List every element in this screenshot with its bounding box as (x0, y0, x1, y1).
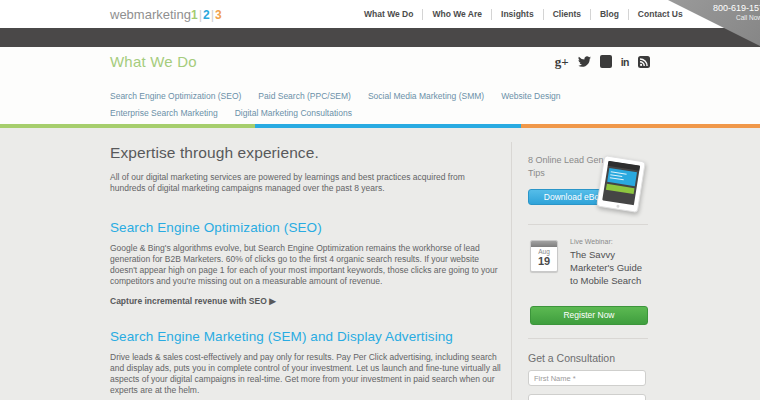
calendar-month: Aug (531, 248, 557, 255)
ebook-title: 8 Online Lead Gen Tips (528, 154, 610, 180)
twitter-icon[interactable] (578, 55, 591, 68)
linkedin-icon[interactable]: in (621, 55, 629, 68)
sidebar-divider (528, 224, 648, 225)
page-title: What We Do (110, 53, 197, 70)
nav-item-blog[interactable]: Blog (591, 9, 628, 19)
subnav-paid-search[interactable]: Paid Search (PPC/SEM) (258, 91, 351, 101)
tablet-screen (602, 161, 640, 206)
section-band: What We Do g+ f in Search Engine Optimiz… (0, 47, 760, 124)
subnav-seo[interactable]: Search Engine Optimization (SEO) (110, 91, 241, 101)
main-content: Expertise through experience. All of our… (110, 128, 502, 400)
nav-item-what-we-do[interactable]: What We Do (355, 9, 422, 19)
calendar-day: 19 (531, 255, 557, 267)
calendar-icon: Aug 19 (530, 240, 558, 272)
intro-body: All of our digital marketing services ar… (110, 172, 502, 194)
subnav-enterprise-search[interactable]: Enterprise Search Marketing (110, 108, 218, 118)
section-body-seo: Google & Bing's algorithms evolve, but S… (110, 243, 502, 287)
page: webmarketing1|2|3 What We Do Who We Are … (0, 0, 760, 400)
brand-digit-1: 1 (191, 8, 198, 22)
social-links: g+ f in (555, 55, 650, 68)
subnav-row-1: Search Engine Optimization (SEO) Paid Se… (110, 91, 561, 101)
header: webmarketing1|2|3 What We Do Who We Are … (0, 0, 760, 28)
section-title-seo[interactable]: Search Engine Optimization (SEO) (110, 220, 502, 235)
section-cta-seo[interactable]: Capture incremental revenue with SEO ▶ (110, 296, 502, 306)
tricolor-orange (521, 124, 760, 128)
subnav-digital-consultations[interactable]: Digital Marketing Consultations (235, 108, 352, 118)
brand-digit-3: 3 (215, 8, 222, 22)
webinar-label: Live Webinar: (570, 238, 613, 245)
subnav-row-2: Enterprise Search Marketing Digital Mark… (110, 108, 352, 118)
dark-divider-bar (0, 28, 760, 47)
sidebar-divider (528, 338, 648, 339)
brand-word: webmarketing (110, 7, 191, 22)
vertical-divider (511, 142, 512, 400)
call-now-label: Call Now (736, 14, 760, 21)
nav-item-who-we-are[interactable]: Who We Are (423, 9, 491, 19)
brand-digit-2: 2 (203, 8, 210, 22)
section-body-sem: Drive leads & sales cost-effectively and… (110, 352, 502, 396)
last-name-input[interactable] (528, 394, 646, 400)
top-nav: What We Do Who We Are Insights Clients B… (355, 0, 692, 28)
ebook-tablet-image (596, 155, 646, 213)
subnav-website-design[interactable]: Website Design (501, 91, 560, 101)
section-title-sem[interactable]: Search Engine Marketing (SEM) and Displa… (110, 329, 502, 344)
consultation-title: Get a Consultation (528, 352, 615, 364)
brand-logo[interactable]: webmarketing1|2|3 (110, 7, 222, 22)
google-plus-icon[interactable]: g+ (555, 55, 569, 68)
nav-item-insights[interactable]: Insights (492, 9, 543, 19)
rss-icon[interactable] (638, 55, 650, 68)
phone-number: 800-619-157 (713, 3, 760, 13)
facebook-icon[interactable]: f (600, 55, 612, 68)
webinar-title: The Savvy Marketer's Guide to Mobile Sea… (570, 248, 650, 287)
calendar-top-bar (531, 241, 557, 247)
nav-item-clients[interactable]: Clients (544, 9, 590, 19)
subnav-social-media[interactable]: Social Media Marketing (SMM) (368, 91, 484, 101)
register-now-button[interactable]: Register Now (530, 306, 648, 325)
first-name-input[interactable] (528, 370, 646, 386)
tablet-home-button (616, 204, 619, 207)
nav-item-contact-us[interactable]: Contact Us (629, 9, 692, 19)
intro-title: Expertise through experience. (110, 144, 502, 162)
